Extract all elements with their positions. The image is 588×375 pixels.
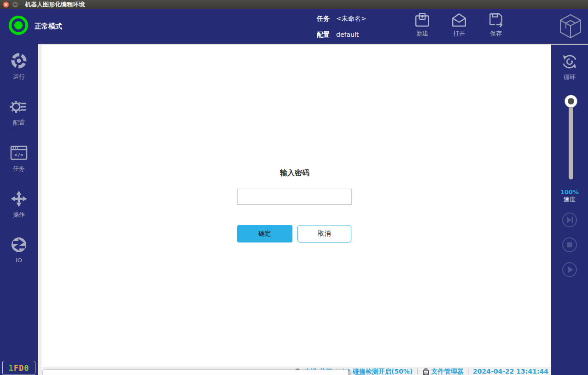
open-task-button[interactable]: 打开 — [444, 12, 474, 41]
new-file-icon — [414, 12, 431, 29]
config-row: 配置default — [317, 31, 359, 39]
left-sidebar: 运行 — [0, 44, 38, 375]
password-dialog-title: 输入密码 — [237, 168, 352, 178]
loop-icon — [561, 53, 578, 70]
save-icon — [488, 12, 504, 29]
sidebar-item-operate-label: 操作 — [13, 211, 25, 219]
close-icon — [4, 3, 8, 6]
main-content-panel — [41, 45, 551, 367]
mode-status-icon — [9, 16, 28, 35]
config-gear-icon — [10, 98, 28, 116]
play-icon — [562, 262, 577, 277]
sidebar-item-run-label: 运行 — [13, 73, 25, 81]
stop-button[interactable] — [562, 237, 577, 253]
new-task-button[interactable]: 新建 — [408, 12, 437, 41]
sidebar-item-run[interactable]: 运行 — [0, 52, 38, 81]
new-task-label: 新建 — [416, 29, 428, 38]
window-minimize-button[interactable] — [12, 1, 18, 8]
io-icon — [10, 236, 28, 254]
app-header: 正常模式 任务<未命名> 配置default 新建 — [0, 9, 588, 45]
status-separator: | — [416, 368, 418, 375]
password-input[interactable] — [237, 189, 352, 205]
speed-slider-handle[interactable] — [565, 95, 577, 107]
loop-button[interactable]: 循环 — [551, 53, 588, 81]
sidebar-item-config-label: 配置 — [13, 119, 25, 127]
speed-slider-track[interactable] — [569, 98, 573, 179]
save-task-label: 保存 — [490, 29, 502, 38]
hex-status-indicator: 1 F D 0 — [2, 361, 35, 375]
minimize-icon — [13, 3, 17, 6]
play-button[interactable] — [562, 262, 577, 277]
task-value: <未命名> — [336, 15, 366, 22]
stop-icon — [562, 237, 577, 253]
collision-status[interactable]: 碰撞检测开启(50%) — [342, 368, 413, 375]
hex-char: F — [14, 363, 19, 373]
file-manager-icon — [422, 368, 430, 375]
sidebar-item-operate[interactable]: 操作 — [0, 190, 38, 219]
status-bar: 步进 关闭 | 碰撞检测开启(50%) | — [41, 367, 551, 375]
window-title: 机器人图形化编程环境 — [25, 0, 85, 9]
task-row: 任务<未命名> — [317, 15, 366, 23]
step-forward-button[interactable] — [562, 212, 577, 228]
confirm-button[interactable]: 确定 — [237, 225, 292, 242]
save-task-button[interactable]: 保存 — [481, 12, 511, 41]
hex-char: D — [19, 363, 24, 373]
task-label: 任务 — [317, 15, 330, 22]
mode-label: 正常模式 — [35, 22, 62, 31]
brand-logo-cube-icon — [558, 12, 583, 40]
status-separator: | — [467, 368, 469, 375]
task-code-icon: </> — [10, 144, 28, 162]
speed-label: 速度 — [551, 196, 588, 204]
file-manager-button[interactable]: 文件管理器 — [422, 368, 464, 375]
config-label: 配置 — [317, 31, 330, 38]
cancel-button[interactable]: 取消 — [297, 225, 351, 242]
sidebar-item-config[interactable]: 配置 — [0, 98, 38, 127]
sidebar-item-task[interactable]: </> 任务 — [0, 144, 38, 173]
hex-char: 1 — [9, 363, 14, 373]
sidebar-item-io-label: IO — [16, 257, 22, 264]
os-titlebar: 机器人图形化编程环境 — [0, 0, 588, 9]
window-close-button[interactable] — [3, 1, 9, 8]
sidebar-item-io[interactable]: IO — [0, 236, 38, 264]
mode-status-dot — [14, 21, 23, 29]
open-task-label: 打开 — [453, 29, 465, 38]
config-value: default — [336, 31, 359, 38]
collision-status-text: 碰撞检测开启(50%) — [353, 368, 413, 375]
sidebar-item-task-label: 任务 — [13, 165, 25, 173]
hex-char: 0 — [24, 363, 29, 373]
run-icon — [10, 52, 28, 70]
app-window: 机器人图形化编程环境 正常模式 任务<未命名> 配置default 新建 — [0, 0, 588, 375]
right-sidebar: 循环 100% 速度 — [551, 45, 588, 375]
svg-text:</>: </> — [14, 152, 23, 158]
skip-next-icon — [562, 212, 577, 228]
bottom-popup-panel — [42, 369, 349, 375]
move-arrows-icon — [10, 190, 28, 208]
clock: 2024-04-22 13:41:44 — [473, 368, 548, 375]
file-manager-text: 文件管理器 — [431, 368, 464, 375]
timestamp-text: 2024-04-22 13:41:44 — [473, 368, 548, 375]
speed-percent: 100% — [551, 189, 588, 196]
open-file-icon — [451, 12, 467, 29]
loop-label: 循环 — [564, 73, 576, 81]
